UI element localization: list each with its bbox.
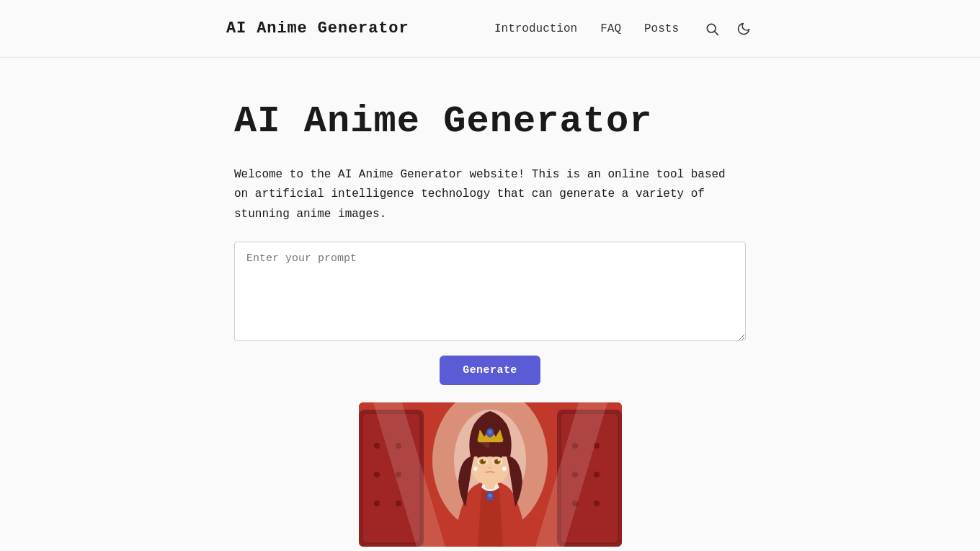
svg-point-29 (483, 459, 485, 461)
dark-mode-button[interactable] (734, 19, 754, 39)
page-description: Welcome to the AI Anime Generator websit… (234, 165, 746, 224)
nav-link-introduction[interactable]: Introduction (494, 22, 577, 35)
anime-image-container (359, 402, 622, 547)
search-button[interactable] (702, 19, 722, 39)
nav-link-faq[interactable]: FAQ (600, 22, 621, 35)
svg-point-9 (374, 501, 380, 506)
nav-icons (702, 19, 754, 39)
page-title: AI Anime Generator (234, 101, 746, 142)
nav-link-posts[interactable]: Posts (644, 22, 679, 35)
svg-point-16 (594, 472, 600, 477)
svg-point-34 (473, 467, 478, 471)
prompt-input[interactable] (234, 242, 746, 341)
svg-point-5 (374, 443, 380, 449)
search-icon (705, 22, 719, 36)
svg-point-37 (489, 493, 491, 497)
svg-rect-25 (478, 438, 503, 442)
main-nav: Introduction FAQ Posts (494, 19, 754, 39)
svg-point-18 (594, 501, 600, 506)
generate-button[interactable]: Generate (440, 356, 540, 385)
svg-point-35 (502, 467, 507, 471)
dark-mode-icon (736, 22, 751, 36)
generate-btn-wrapper: Generate (234, 356, 746, 385)
svg-point-33 (497, 459, 499, 461)
anime-character-image (359, 402, 622, 547)
svg-line-1 (715, 31, 718, 35)
main-content: AI Anime Generator Welcome to the AI Ani… (220, 58, 760, 551)
svg-point-10 (396, 501, 401, 506)
site-title: AI Anime Generator (226, 19, 409, 38)
site-header: AI Anime Generator Introduction FAQ Post… (0, 0, 980, 58)
svg-point-7 (374, 472, 380, 477)
svg-point-24 (489, 430, 491, 433)
